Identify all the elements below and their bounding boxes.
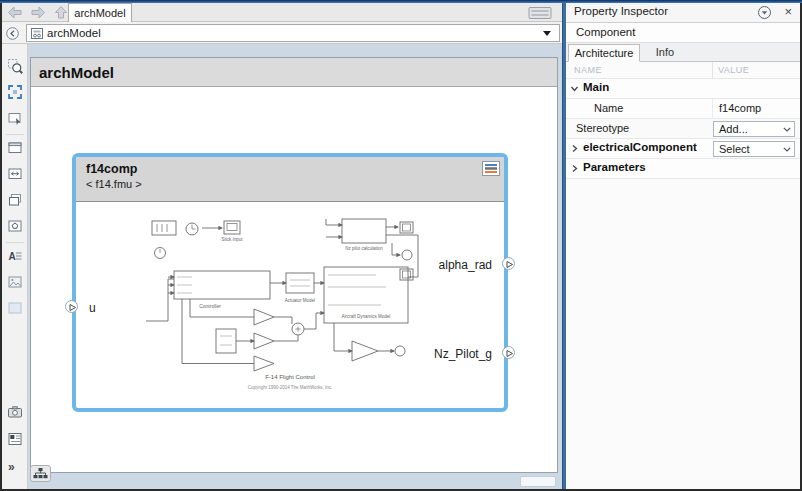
column-name-header: NAME [574, 65, 602, 75]
zoom-icon[interactable] [7, 58, 23, 74]
chevron-down-icon [783, 127, 791, 132]
component-box-icon[interactable] [7, 140, 23, 156]
panel-menu-icon[interactable] [757, 5, 772, 20]
electrical-dropdown-value: Select [719, 143, 750, 155]
component-frame: f14comp < f14.fmu > [72, 153, 508, 412]
inspector-title: Property Inspector [574, 5, 668, 17]
palette-separator [6, 242, 24, 243]
thumb-label-nz-calc: Nz pilot calculation [345, 246, 383, 251]
svg-text:A: A [9, 251, 16, 262]
inspector-tabs: Architecture Info [566, 43, 800, 62]
component-header: f14comp < f14.fmu > [76, 157, 504, 202]
inspector-header: Property Inspector × [566, 2, 800, 23]
camera-icon[interactable] [7, 404, 23, 420]
nav-circle-icon[interactable] [5, 26, 20, 41]
group-label-electrical: electricalComponent [583, 141, 697, 153]
fit-to-view-icon[interactable] [7, 84, 23, 100]
component-title: f14comp [86, 162, 494, 176]
breadcrumb-dropdown-icon[interactable] [543, 31, 551, 36]
thumb-copyright: Copyright 1990-2014 The MathWorks, Inc. [248, 385, 333, 390]
row-stereotype: Stereotype Add... [566, 119, 800, 139]
port-label-u: u [89, 301, 96, 315]
window-top-accent [0, 0, 802, 3]
breadcrumb-bar[interactable]: archModel [26, 24, 560, 42]
tab-architecture[interactable]: Architecture [568, 44, 640, 62]
chevron-right-icon[interactable] [570, 144, 579, 153]
row-name: Name f14comp [566, 99, 800, 119]
model-badge-icon [30, 27, 44, 40]
canvas-area: archModel f14comp < f14.fmu > [28, 44, 562, 489]
canvas-title: archModel [31, 58, 557, 87]
component-f14comp[interactable]: f14comp < f14.fmu > [72, 153, 508, 412]
thumb-label-actuator: Actuator Model [285, 298, 315, 303]
select-area-icon[interactable] [7, 110, 23, 126]
port-label-nz-pilot-g: Nz_Pilot_g [434, 347, 492, 361]
fmu-badge-icon [482, 161, 500, 176]
thumb-label-stick-input: Stick Input [221, 237, 243, 242]
prop-label-stereotype: Stereotype [576, 122, 629, 134]
image-icon[interactable] [7, 274, 23, 290]
property-inspector: Property Inspector × Component Architect… [566, 2, 800, 489]
thumb-label-controller: Controller [199, 303, 221, 309]
group-label-main: Main [583, 81, 609, 93]
group-label-parameters: Parameters [583, 161, 646, 173]
component-subtitle: < f14.fmu > [86, 178, 494, 190]
forward-arrow-icon[interactable] [29, 5, 47, 20]
row-electrical-component[interactable]: electricalComponent Select [566, 139, 800, 159]
tool-palette: A » [2, 44, 28, 489]
chevron-right-icon[interactable] [570, 164, 579, 173]
column-divider [712, 62, 713, 78]
chevron-down-icon[interactable] [570, 84, 579, 93]
column-value-header: VALUE [718, 65, 749, 75]
row-main-group[interactable]: Main [566, 79, 800, 99]
adapter-box-icon[interactable] [7, 218, 23, 234]
inspector-object-type: Component [566, 23, 800, 43]
model-browser-icon[interactable] [7, 431, 23, 447]
port-label-alpha-rad: alpha_rad [439, 258, 492, 272]
tab-info[interactable]: Info [644, 44, 686, 61]
app-window: archModel [0, 0, 802, 491]
component-thumbnail: Stick Input Controller Actuator Model Ai… [146, 213, 434, 393]
hierarchy-view-button[interactable] [30, 465, 51, 482]
tab-bar: archModel [2, 3, 562, 22]
output-port-nz-pilot-g[interactable] [502, 346, 515, 359]
thumb-label-aircraft: Aircraft Dynamics Model [342, 314, 391, 319]
row-parameters-group[interactable]: Parameters [566, 159, 800, 179]
tab-archmodel[interactable]: archModel [68, 3, 132, 22]
breadcrumb-model[interactable]: archModel [47, 25, 101, 41]
input-port-u[interactable] [65, 300, 78, 313]
horizontal-scrollbar[interactable] [520, 476, 556, 487]
palette-separator [6, 134, 24, 135]
stereotype-dropdown-value: Add... [719, 123, 748, 135]
back-arrow-icon[interactable] [6, 5, 24, 20]
close-icon[interactable]: × [784, 4, 792, 20]
expand-palette-chevrons[interactable]: » [8, 460, 14, 474]
copy-boxes-icon[interactable] [7, 192, 23, 208]
tab-label: archModel [74, 7, 125, 19]
keyboard-icon[interactable] [528, 6, 552, 20]
breadcrumb: archModel [2, 22, 562, 44]
prop-value-name[interactable]: f14comp [712, 99, 800, 118]
annotation-icon[interactable]: A [7, 248, 23, 264]
prop-label-name: Name [594, 102, 623, 114]
stereotype-dropdown[interactable]: Add... [713, 121, 795, 137]
output-port-alpha-rad[interactable] [502, 257, 515, 270]
chevron-down-icon [783, 147, 791, 152]
electrical-dropdown[interactable]: Select [713, 141, 795, 157]
variant-box-icon[interactable] [7, 166, 23, 182]
blank-box-icon[interactable] [7, 300, 23, 316]
thumb-title: F-14 Flight Control [265, 374, 315, 380]
grid-header: NAME VALUE [566, 62, 800, 79]
